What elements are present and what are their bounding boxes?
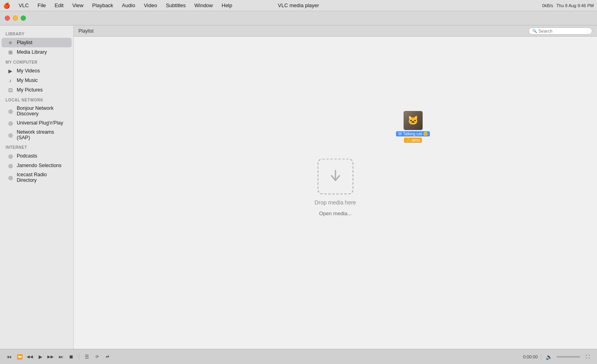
skip-forward-button[interactable]: ⏭ — [57, 352, 65, 361]
shuffle-button[interactable]: ⇄ — [103, 352, 112, 361]
stop-button[interactable]: ⏹ — [67, 352, 76, 361]
upnp-icon: ◎ — [7, 120, 14, 126]
sidebar-label-upnp: Universal Plug'n'Play — [17, 120, 63, 126]
content-area: Playlist 🔍 Drop media here Open media...… — [74, 25, 597, 349]
control-bar: ⏮ ⏪ ◀◀ ▶ ▶▶ ⏭ ⏹ ☰ ⟳ ⇄ 0:00:00 🔈 ⛶ — [0, 349, 597, 364]
podcasts-icon: ◎ — [7, 153, 14, 159]
menu-window[interactable]: Window — [193, 2, 215, 9]
search-input[interactable] — [538, 29, 586, 33]
sidebar-label-playlist: Playlist — [17, 40, 33, 45]
close-button[interactable] — [5, 16, 10, 21]
divider-2 — [541, 354, 541, 360]
rewind-button[interactable]: ⏪ — [15, 352, 24, 361]
skip-back-button[interactable]: ⏮ — [5, 352, 14, 361]
sidebar-item-bonjour[interactable]: ◎ Bonjour Network Discovery — [2, 104, 72, 118]
file-thumbnail: 🐱 — [404, 111, 423, 130]
drop-icon-container — [318, 158, 353, 194]
sidebar-item-sap[interactable]: ◎ Network streams (SAP) — [2, 128, 72, 142]
sidebar-label-my-videos: My Videos — [17, 68, 40, 74]
open-media-link[interactable]: Open media... — [319, 210, 352, 216]
network-speed: 0kB/s — [542, 3, 553, 8]
sidebar-label-my-music: My Music — [17, 78, 38, 83]
library-section-label: LIBRARY — [0, 29, 73, 38]
sidebar-item-my-pictures[interactable]: ⊡ My Pictures — [2, 85, 72, 95]
sidebar-label-bonjour: Bonjour Network Discovery — [17, 105, 66, 117]
menu-bar: 🍎 VLC File Edit View Playback Audio Vide… — [0, 0, 597, 11]
search-icon: 🔍 — [532, 29, 537, 33]
menu-playback[interactable]: Playback — [91, 2, 115, 9]
internet-section-label: INTERNET — [0, 142, 73, 151]
volume-slider[interactable] — [556, 356, 580, 358]
local-network-section-label: LOCAL NETWORK — [0, 95, 73, 104]
sidebar-item-my-videos[interactable]: ▶ My Videos — [2, 66, 72, 76]
sidebar-item-media-library[interactable]: ⊞ Media Library — [2, 47, 72, 57]
main-layout: LIBRARY ≡ Playlist ⊞ Media Library MY CO… — [0, 25, 597, 349]
my-music-icon: ♪ — [7, 77, 14, 84]
menu-bar-right: 0kB/s Thu 8 Aug 9:46 PM — [542, 3, 594, 8]
sidebar: LIBRARY ≡ Playlist ⊞ Media Library MY CO… — [0, 25, 74, 349]
drop-arrow-icon — [328, 168, 343, 184]
playlist-icon: ≡ — [7, 39, 14, 46]
window-title: VLC media player — [278, 2, 319, 8]
title-bar — [0, 11, 597, 25]
sidebar-item-jamendo[interactable]: ◎ Jamendo Selections — [2, 161, 72, 170]
menu-subtitles[interactable]: Subtitles — [164, 2, 187, 9]
minimize-button[interactable] — [13, 16, 18, 21]
sidebar-item-upnp[interactable]: ◎ Universal Plug'n'Play — [2, 118, 72, 128]
drop-media-text: Drop media here — [314, 199, 356, 205]
icecast-icon: ◎ — [7, 174, 14, 181]
menu-video[interactable]: Video — [142, 2, 159, 9]
volume-icon[interactable]: 🔈 — [544, 352, 553, 361]
sidebar-label-my-pictures: My Pictures — [17, 87, 43, 93]
jamendo-icon: ◎ — [7, 162, 14, 169]
fullscreen-button[interactable]: ⛶ — [583, 352, 592, 361]
sap-icon: ◎ — [7, 132, 14, 138]
sidebar-label-podcasts: Podcasts — [17, 153, 37, 159]
sidebar-item-playlist[interactable]: ≡ Playlist — [2, 38, 72, 47]
my-videos-icon: ▶ — [7, 68, 14, 74]
menu-edit[interactable]: Edit — [53, 2, 65, 9]
sidebar-item-my-music[interactable]: ♪ My Music — [2, 76, 72, 85]
drop-zone[interactable]: Drop media here Open media... — [314, 158, 356, 216]
dragged-file[interactable]: 🐱 W Talking cat-🙂 🙂.wmv — [396, 111, 430, 143]
menu-view[interactable]: View — [71, 2, 85, 9]
cat-thumbnail-image: 🐱 — [404, 111, 422, 130]
search-box[interactable]: 🔍 — [529, 27, 592, 35]
menu-help[interactable]: Help — [220, 2, 234, 9]
sidebar-label-media-library: Media Library — [17, 49, 47, 55]
sidebar-item-icecast[interactable]: ◎ Icecast Radio Directory — [2, 170, 72, 185]
menu-audio[interactable]: Audio — [120, 2, 137, 9]
apple-menu[interactable]: 🍎 — [3, 2, 10, 9]
sidebar-label-sap: Network streams (SAP) — [17, 129, 66, 140]
bonjour-icon: ◎ — [7, 108, 14, 114]
my-computer-section-label: MY COMPUTER — [0, 57, 73, 66]
playlist-header: Playlist 🔍 — [74, 25, 597, 37]
traffic-lights — [5, 16, 26, 21]
clock: Thu 8 Aug 9:46 PM — [556, 3, 594, 8]
file-label: W Talking cat-🙂 — [396, 131, 430, 136]
my-pictures-icon: ⊡ — [7, 87, 14, 93]
next-button[interactable]: ▶▶ — [46, 352, 55, 361]
maximize-button[interactable] — [21, 16, 26, 21]
playlist-title: Playlist — [78, 28, 94, 34]
sidebar-label-icecast: Icecast Radio Directory — [17, 172, 66, 183]
loop-button[interactable]: ⟳ — [93, 352, 101, 361]
sidebar-label-jamendo: Jamendo Selections — [17, 163, 62, 168]
menu-vlc[interactable]: VLC — [17, 2, 30, 9]
prev-button[interactable]: ◀◀ — [25, 352, 34, 361]
playlist-toggle-button[interactable]: ☰ — [82, 352, 91, 361]
time-display: 0:00:00 — [523, 354, 538, 359]
menu-items: 🍎 VLC File Edit View Playback Audio Vide… — [3, 2, 234, 9]
divider-1 — [79, 354, 79, 360]
sidebar-item-podcasts[interactable]: ◎ Podcasts — [2, 151, 72, 161]
menu-file[interactable]: File — [36, 2, 47, 9]
file-ext-label: 🙂.wmv — [404, 138, 422, 143]
media-library-icon: ⊞ — [7, 49, 14, 55]
play-button[interactable]: ▶ — [36, 352, 45, 361]
